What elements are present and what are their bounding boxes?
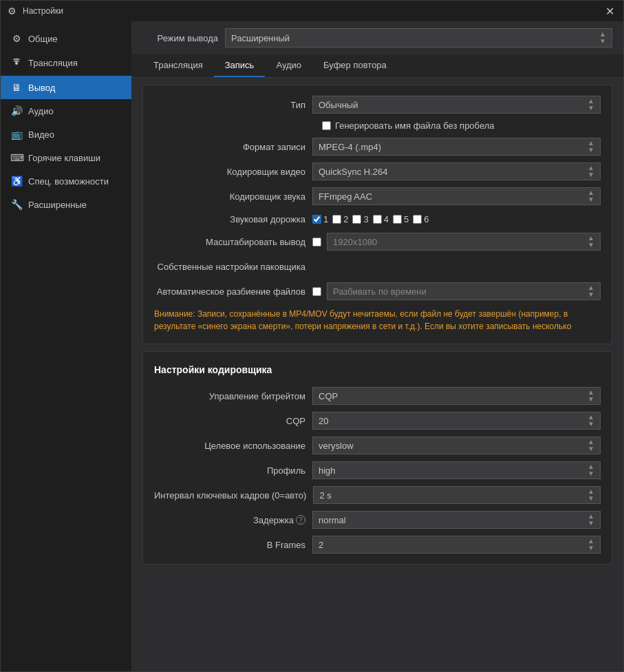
latency-label: Задержка <box>253 515 294 525</box>
bframes-value-control[interactable]: 2 ▲▼ <box>312 536 601 554</box>
profile-select-control[interactable]: high ▲▼ <box>312 461 601 479</box>
tab-audio[interactable]: Аудио <box>265 54 312 77</box>
output-mode-bar: Режим вывода Расширенный ▲▼ <box>131 21 623 54</box>
sidebar-label-accessibility: Спец. возможности <box>28 176 109 187</box>
settings-window: ⚙ Настройки ✕ ⚙ Общие Трансляция <box>0 0 624 672</box>
sidebar-item-advanced[interactable]: 🔧 Расширенные <box>1 193 131 216</box>
track-1-checkbox[interactable] <box>312 215 321 224</box>
sidebar-item-video[interactable]: 📺 Видео <box>1 123 131 146</box>
audio-encoder-select-control[interactable]: FFmpeg AAC ▲▼ <box>312 187 601 205</box>
warning-text: Внимание: Записи, сохранённые в MP4/MOV … <box>143 304 612 337</box>
auto-split-row: Автоматическое разбиение файлов Разбиват… <box>143 279 612 304</box>
auto-split-arrow: ▲▼ <box>588 284 594 298</box>
type-label: Тип <box>154 100 312 110</box>
sidebar-item-stream[interactable]: Трансляция <box>1 50 131 76</box>
track-4[interactable]: 4 <box>373 214 389 224</box>
format-value: MPEG-4 (.mp4) <box>319 142 381 152</box>
scale-checkbox[interactable] <box>312 238 321 246</box>
bframes-value: 2 <box>319 540 323 550</box>
latency-label-container: Задержка ? <box>154 515 312 525</box>
track-3[interactable]: 3 <box>352 214 368 224</box>
encoder-section-title: Настройки кодировщика <box>143 359 612 384</box>
general-icon: ⚙ <box>10 33 23 44</box>
track-6-label: 6 <box>424 214 429 224</box>
bitrate-select[interactable]: CQP ▲▼ <box>312 387 601 405</box>
target-usage-select[interactable]: veryslow ▲▼ <box>312 437 601 454</box>
target-usage-label: Целевое использование <box>154 441 312 451</box>
bitrate-arrow: ▲▼ <box>588 389 594 403</box>
cqp-input[interactable]: 20 ▲▼ <box>312 412 601 430</box>
output-mode-arrow: ▲▼ <box>599 31 606 45</box>
generate-filename-label[interactable]: Генерировать имя файла без пробела <box>322 120 495 131</box>
latency-help-icon[interactable]: ? <box>296 515 305 525</box>
encoder-section: Настройки кодировщика Управление битрейт… <box>142 351 612 565</box>
cqp-value-control[interactable]: 20 ▲▼ <box>312 412 601 430</box>
video-encoder-row: Кодировщик видео QuickSync H.264 ▲▼ <box>143 159 612 184</box>
track-2-checkbox[interactable] <box>332 215 341 224</box>
scale-row: Масштабировать вывод 1920x1080 ▲▼ <box>143 229 612 254</box>
auto-split-value: Разбивать по времени ▲▼ <box>312 282 601 300</box>
format-select[interactable]: MPEG-4 (.mp4) ▲▼ <box>312 138 601 156</box>
cqp-value: 20 <box>319 416 328 426</box>
output-mode-select[interactable]: Расширенный ▲▼ <box>225 28 612 48</box>
track-5[interactable]: 5 <box>393 214 409 224</box>
track-1[interactable]: 1 <box>312 214 328 224</box>
cqp-arrow: ▲▼ <box>588 414 594 428</box>
track-3-checkbox[interactable] <box>352 215 361 224</box>
video-encoder-value: QuickSync H.264 <box>319 167 387 177</box>
scale-arrow: ▲▼ <box>588 235 594 249</box>
target-usage-select-control[interactable]: veryslow ▲▼ <box>312 437 601 454</box>
auto-split-checkbox[interactable] <box>312 287 321 296</box>
video-encoder-label: Кодировщик видео <box>154 167 312 177</box>
auto-split-label: Автоматическое разбиение файлов <box>154 286 312 297</box>
tab-record[interactable]: Запись <box>214 54 266 77</box>
tab-stream[interactable]: Трансляция <box>142 54 214 77</box>
track-4-checkbox[interactable] <box>373 215 382 224</box>
keyframe-input[interactable]: 2 s ▲▼ <box>313 486 601 504</box>
video-encoder-select[interactable]: QuickSync H.264 ▲▼ <box>312 162 601 180</box>
profile-label: Профиль <box>154 465 312 476</box>
sidebar-item-hotkeys[interactable]: ⌨ Горячие клавиши <box>1 146 131 169</box>
track-5-checkbox[interactable] <box>393 215 402 224</box>
output-mode-value: Расширенный <box>231 33 290 43</box>
sidebar-item-general[interactable]: ⚙ Общие <box>1 27 131 50</box>
type-select[interactable]: Обычный ▲▼ <box>312 96 601 114</box>
bframes-input[interactable]: 2 ▲▼ <box>312 536 601 554</box>
latency-select[interactable]: normal ▲▼ <box>312 511 601 529</box>
sidebar-label-video: Видео <box>28 129 54 140</box>
sidebar-item-audio[interactable]: 🔊 Аудио <box>1 99 131 123</box>
sidebar-label-hotkeys: Горячие клавиши <box>28 153 100 163</box>
track-4-label: 4 <box>384 214 389 224</box>
latency-select-control[interactable]: normal ▲▼ <box>312 511 601 529</box>
scale-value: 1920x1080 ▲▼ <box>312 233 601 251</box>
audio-encoder-label: Кодировщик звука <box>154 191 312 202</box>
target-usage-value: veryslow <box>319 441 354 451</box>
track-2[interactable]: 2 <box>332 214 348 224</box>
close-button[interactable]: ✕ <box>603 4 616 18</box>
audio-encoder-row: Кодировщик звука FFmpeg AAC ▲▼ <box>143 184 612 209</box>
settings-icon: ⚙ <box>8 6 19 17</box>
track-6[interactable]: 6 <box>413 214 429 224</box>
audio-encoder-select[interactable]: FFmpeg AAC ▲▼ <box>312 187 601 205</box>
tab-replay[interactable]: Буфер повтора <box>312 54 398 77</box>
audio-encoder-value: FFmpeg AAC <box>319 191 372 202</box>
bframes-row: B Frames 2 ▲▼ <box>143 532 612 557</box>
latency-value: normal <box>319 515 346 525</box>
video-encoder-select-control[interactable]: QuickSync H.264 ▲▼ <box>312 162 601 180</box>
auto-split-select[interactable]: Разбивать по времени ▲▼ <box>327 282 601 300</box>
bitrate-label: Управление битрейтом <box>154 391 312 401</box>
output-icon: 🖥 <box>10 82 23 93</box>
generate-filename-checkbox[interactable] <box>322 121 331 130</box>
stream-icon <box>10 56 23 70</box>
format-select-control[interactable]: MPEG-4 (.mp4) ▲▼ <box>312 138 601 156</box>
keyframe-value-control[interactable]: 2 s ▲▼ <box>313 486 601 504</box>
sidebar-item-accessibility[interactable]: ♿ Спец. возможности <box>1 169 131 193</box>
audio-icon: 🔊 <box>10 105 23 116</box>
accessibility-icon: ♿ <box>10 176 23 187</box>
scale-input[interactable]: 1920x1080 ▲▼ <box>327 233 601 251</box>
profile-select[interactable]: high ▲▼ <box>312 461 601 479</box>
bitrate-select-control[interactable]: CQP ▲▼ <box>312 387 601 405</box>
sidebar-item-output[interactable]: 🖥 Вывод <box>1 76 131 99</box>
track-6-checkbox[interactable] <box>413 215 422 224</box>
type-select-control[interactable]: Обычный ▲▼ <box>312 96 601 114</box>
